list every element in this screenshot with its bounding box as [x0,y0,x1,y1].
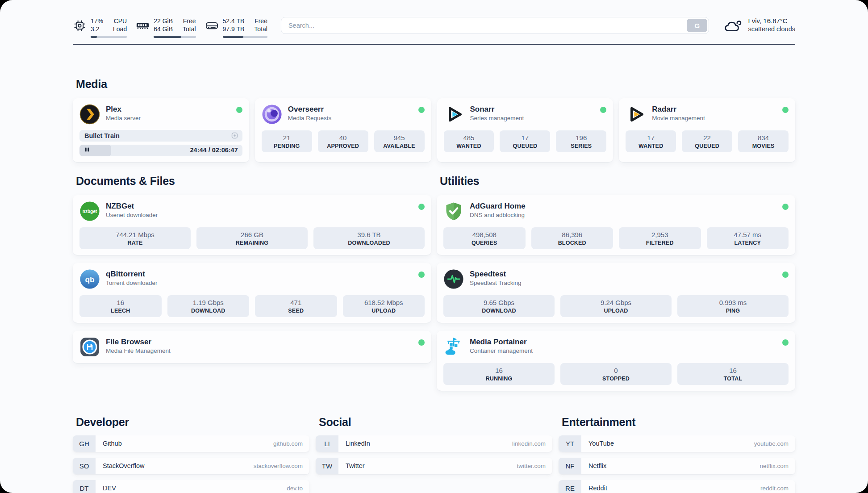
app-card-adguard[interactable]: AdGuard Home DNS and adblocking 498,508 … [437,195,795,255]
bookmark-url: linkedin.com [512,440,546,447]
app-subtitle: DNS and adblocking [470,212,526,218]
app-title: Media Portainer [470,338,533,347]
disk-widget: 52.4 TB 97.9 TB Free Total [205,17,267,38]
filebrowser-icon [79,337,100,357]
bookmark-name: Github [103,440,122,447]
status-dot-online [418,272,425,278]
section-entertainment: Entertainment YT YouTube youtube.com NF … [559,416,795,493]
plex-icon [79,104,100,125]
app-subtitle: Torrent downloader [106,280,158,286]
app-subtitle: Speedtest Tracking [470,280,522,286]
bookmark-abbr: GH [73,435,96,452]
playback-progress-bar[interactable]: 24:44 / 02:06:47 [79,145,242,156]
status-dot-online [782,107,789,113]
disk-icon [205,19,219,33]
status-dot-online [782,339,789,346]
app-title: NZBGet [106,202,158,211]
svg-text:qb: qb [85,275,94,284]
cpu-load-label: Load [113,25,127,33]
bookmark-youtube[interactable]: YT YouTube youtube.com [559,435,795,452]
status-dot-online [418,204,425,210]
app-title: Radarr [652,105,705,114]
app-card-overseerr[interactable]: Overseerr Media Requests 21 PENDING 40 A… [255,98,431,162]
stat-series: 196 SERIES [556,130,606,152]
section-media: Media Plex Media server [73,78,795,162]
app-card-filebrowser[interactable]: File Browser Media File Management [73,331,431,363]
qbittorrent-icon: qb [79,269,100,289]
section-social: Social LI LinkedIn linkedin.com TW Twitt… [316,416,552,493]
memory-progress-bar [154,36,196,38]
bookmark-twitter[interactable]: TW Twitter twitter.com [316,458,552,474]
bookmark-abbr: TW [316,458,338,474]
stat-ping: 0.993 ms PING [677,295,789,317]
search-form: G [281,17,709,34]
sonarr-icon [444,104,464,125]
weather-location-temp: Lviv, 16.87°C [748,17,795,25]
stat-stopped: 0 STOPPED [560,363,672,385]
playback-time: 24:44 / 02:06:47 [190,146,238,154]
app-card-sonarr[interactable]: Sonarr Series management 485 WANTED 17 Q… [437,98,613,162]
app-subtitle: Movie management [652,115,705,121]
pause-icon[interactable] [83,146,91,155]
stat-queries: 498,508 QUERIES [443,227,526,249]
app-title: AdGuard Home [470,202,526,211]
bookmark-url: youtube.com [754,440,789,447]
bookmark-url: twitter.com [517,463,546,469]
stat-available: 945 AVAILABLE [374,130,425,152]
stat-approved: 40 APPROVED [318,130,368,152]
section-title-utilities: Utilities [440,175,795,188]
bookmark-name: DEV [103,485,116,492]
stat-blocked: 86,396 BLOCKED [531,227,613,249]
section-title-entertainment: Entertainment [562,416,795,429]
app-subtitle: Media File Management [106,347,171,354]
stat-leech: 16 LEECH [79,295,162,317]
stat-running: 16 RUNNING [443,363,555,385]
app-card-nzbget[interactable]: nzbget NZBGet Usenet downloader 74 [73,195,431,255]
search-input[interactable] [281,17,709,34]
stat-filtered: 2,953 FILTERED [619,227,701,249]
bookmark-name: LinkedIn [346,440,370,447]
top-bar: 17% 3.2 CPU Load [73,17,795,38]
cpu-usage-value: 17% [91,17,103,25]
stat-wanted: 485 WANTED [444,130,494,152]
status-dot-online [600,107,606,113]
app-card-qbittorrent[interactable]: qb qBittorrent Torrent downloader [73,263,431,323]
app-title: Overseerr [288,105,332,114]
status-dot-online [782,272,789,278]
search-engine-button[interactable]: G [687,19,707,32]
app-card-radarr[interactable]: Radarr Movie management 17 WANTED 22 QUE… [619,98,795,162]
portainer-icon [443,337,464,357]
bookmark-name: StackOverflow [103,462,144,469]
memory-free-label: Free [183,17,196,25]
stat-remaining: 266 GB REMAINING [196,227,308,249]
bookmark-stackoverflow[interactable]: SO StackOverflow stackoverflow.com [73,458,309,474]
bookmark-name: YouTube [588,440,614,447]
ram-icon [136,19,150,33]
svg-text:nzbget: nzbget [83,209,97,214]
bookmark-abbr: DT [73,480,96,493]
app-subtitle: Media Requests [288,115,332,121]
app-card-plex[interactable]: Plex Media server Bullet Train [73,98,249,162]
app-title: Plex [106,105,141,114]
bookmark-netflix[interactable]: NF Netflix netflix.com [559,458,795,474]
bookmark-linkedin[interactable]: LI LinkedIn linkedin.com [316,435,552,452]
stat-pending: 21 PENDING [262,130,312,152]
section-developer: Developer GH Github github.com SO StackO… [73,416,309,493]
app-card-speedtest[interactable]: Speedtest Speedtest Tracking 9.65 Gbps D… [437,263,795,323]
bookmark-abbr: NF [559,458,581,474]
cloud-icon [724,17,743,35]
stat-wanted: 17 WANTED [626,130,676,152]
disk-total-value: 97.9 TB [223,25,245,33]
bookmark-reddit[interactable]: RE Reddit reddit.com [559,480,795,493]
cpu-widget: 17% 3.2 CPU Load [73,17,127,38]
bookmark-url: stackoverflow.com [254,463,303,469]
bookmark-github[interactable]: GH Github github.com [73,435,309,452]
stat-upload: 9.24 Gbps UPLOAD [560,295,672,317]
bookmark-dev[interactable]: DT DEV dev.to [73,480,309,493]
now-playing-row: Bullet Train [79,130,242,142]
speedtest-icon [443,269,464,289]
app-card-portainer[interactable]: Media Portainer Container management 16 … [437,331,795,391]
system-resources: 17% 3.2 CPU Load [73,17,267,38]
cpu-usage-label: CPU [113,17,127,25]
app-subtitle: Usenet downloader [106,212,158,218]
